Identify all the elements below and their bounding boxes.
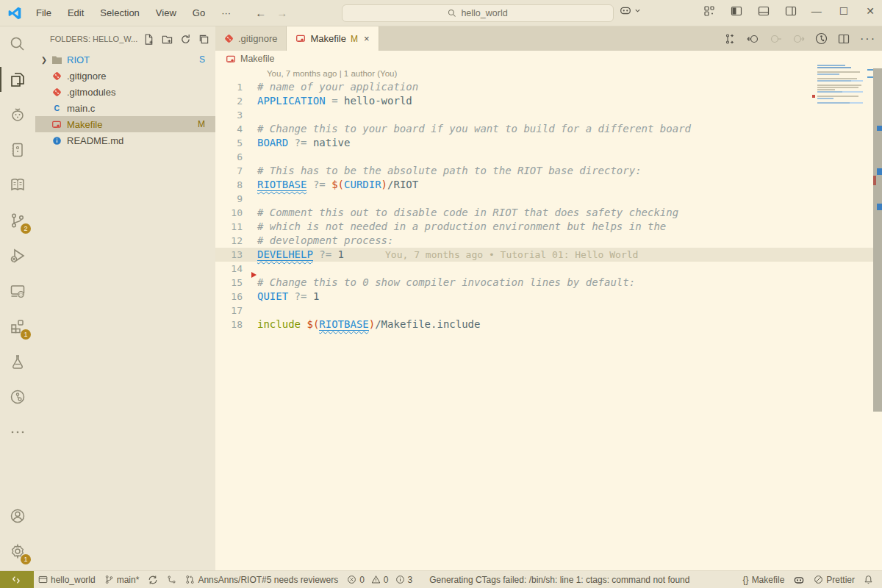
nav-back-icon[interactable]: ← (255, 7, 266, 19)
open-changes-icon[interactable] (725, 33, 736, 45)
file-row-makefile[interactable]: MakefileM (35, 116, 215, 132)
menubar: FileEditSelectionViewGo··· (29, 5, 237, 21)
codelens-annotation[interactable]: You, 7 months ago | 1 author (You) (215, 67, 882, 80)
tab-makefile[interactable]: Makefile M × (287, 26, 379, 51)
tab-gitignore[interactable]: .gitignore (215, 26, 287, 51)
activitybar-raspberry-pi-icon[interactable] (0, 97, 35, 132)
next-change-disabled-icon (792, 33, 805, 45)
explorer-section-title[interactable]: FOLDERS: HELLO_W... (50, 35, 143, 43)
refresh-icon[interactable] (180, 34, 191, 45)
overview-ruler-scrollbar[interactable] (873, 68, 882, 412)
maximize-button[interactable]: ☐ (839, 5, 849, 17)
code-line-16[interactable]: 16QUIET ?= 1 (215, 290, 882, 304)
code-line-11[interactable]: 11# which is not needed in a production … (215, 220, 882, 234)
code-line-15[interactable]: 15# Change this to 0 show compiler invoc… (215, 276, 882, 290)
file-row--gitignore[interactable]: .gitignore (35, 68, 215, 84)
activitybar-clipboard-icon[interactable] (0, 132, 35, 168)
code-line-17[interactable]: 17 (215, 304, 882, 318)
split-editor-icon[interactable] (838, 33, 850, 45)
problems-indicator[interactable]: 0 0 3 (343, 571, 420, 588)
braces-icon: {} (743, 575, 749, 585)
menu-selection[interactable]: Selection (93, 5, 146, 21)
collapse-all-icon[interactable] (198, 34, 209, 45)
menu-[interactable]: ··· (215, 5, 237, 21)
line-number: 7 (215, 164, 252, 178)
minimize-button[interactable]: — (811, 5, 822, 17)
menu-go[interactable]: Go (186, 5, 212, 21)
new-folder-icon[interactable] (162, 34, 173, 45)
close-button[interactable]: ✕ (866, 5, 875, 17)
activitybar-more-icon[interactable] (0, 415, 35, 450)
customize-layout-icon[interactable] (703, 5, 715, 17)
code-line-14[interactable]: 14 (215, 262, 882, 276)
activitybar-account-icon[interactable] (0, 498, 35, 534)
formatter-status[interactable]: Prettier (809, 571, 859, 588)
activitybar-gitlens-icon[interactable] (0, 379, 35, 415)
activitybar-settings-icon[interactable]: 1 (0, 534, 35, 569)
activitybar-search-icon[interactable] (0, 26, 35, 62)
minimap[interactable] (817, 65, 863, 104)
info-icon (50, 136, 63, 146)
code-line-13[interactable]: 13DEVELHELP ?= 1You, 7 months ago • Tuto… (215, 248, 882, 262)
tab-close-icon[interactable]: × (364, 33, 370, 44)
code-line-5[interactable]: 5BOARD ?= native (215, 136, 882, 150)
line-number: 4 (215, 122, 252, 136)
activitybar-extensions-icon[interactable]: 1 (0, 309, 35, 344)
git-status-badge: S (199, 54, 205, 65)
git-branch-indicator[interactable]: main* (100, 571, 144, 588)
remote-indicator[interactable] (0, 571, 34, 588)
error-icon (347, 575, 356, 584)
code-line-7[interactable]: 7# This has to be the absolute path to t… (215, 164, 882, 178)
toggle-sidebar-icon[interactable] (731, 5, 742, 17)
nav-forward-icon[interactable]: → (276, 7, 287, 19)
code-line-9[interactable]: 9 (215, 192, 882, 206)
more-actions-icon[interactable]: ··· (860, 32, 876, 46)
new-file-icon[interactable] (143, 34, 154, 45)
menu-edit[interactable]: Edit (61, 5, 90, 21)
file-row--gitmodules[interactable]: .gitmodules (35, 84, 215, 100)
gitlens-compare[interactable] (162, 571, 181, 588)
code-line-3[interactable]: 3 (215, 108, 882, 122)
code-line-4[interactable]: 4# Change this to your board if you want… (215, 122, 882, 136)
line-number: 13 (215, 248, 252, 262)
code-line-8[interactable]: 8RIOTBASE ?= $(CURDIR)/RIOT (215, 178, 882, 192)
workspace-indicator[interactable]: hello_world (34, 571, 100, 588)
breadcrumb[interactable]: Makefile (215, 51, 882, 67)
command-center-search[interactable]: hello_world (342, 4, 614, 22)
activitybar-run-debug-icon[interactable] (0, 238, 35, 273)
menu-view[interactable]: View (149, 5, 183, 21)
minimap-decoration (867, 69, 873, 84)
activitybar-testing-icon[interactable] (0, 344, 35, 379)
toggle-panel-icon[interactable] (758, 5, 770, 17)
language-mode[interactable]: {} Makefile (739, 571, 789, 588)
code-line-6[interactable]: 6 (215, 150, 882, 164)
file-row-readme-md[interactable]: README.md (35, 132, 215, 148)
activitybar-remote-explorer-icon[interactable] (0, 273, 35, 309)
tab-modified-badge: M (351, 34, 358, 44)
breadcrumb-item[interactable]: Makefile (240, 54, 275, 64)
prev-change-disabled-icon (770, 33, 782, 45)
previous-change-icon[interactable] (747, 33, 759, 45)
activitybar-book-icon[interactable] (0, 168, 35, 203)
code-line-1[interactable]: 1# name of your application (215, 80, 882, 94)
chevron-right-icon: ❯ (38, 56, 50, 64)
activitybar-explorer-icon[interactable] (0, 62, 35, 97)
copilot-menu[interactable] (619, 4, 641, 17)
activitybar-source-control-icon[interactable]: 2 (0, 203, 35, 238)
code-line-12[interactable]: 12# development process: (215, 234, 882, 248)
sync-changes[interactable] (143, 571, 162, 588)
notifications[interactable] (859, 571, 878, 588)
toggle-secondary-sidebar-icon[interactable] (785, 5, 797, 17)
code-line-10[interactable]: 10# Comment this out to disable code in … (215, 206, 882, 220)
file-row-main-c[interactable]: Cmain.c (35, 100, 215, 116)
file-row-riot[interactable]: ❯RIOTS (35, 51, 215, 68)
line-number: 18 (215, 318, 252, 331)
gitlens-graph-icon[interactable] (815, 32, 828, 45)
menu-file[interactable]: File (29, 5, 58, 21)
pull-request-status[interactable]: AnnsAnns/RIOT#5 needs reviewers (181, 571, 343, 588)
copilot-status[interactable] (789, 571, 809, 588)
code-line-2[interactable]: 2APPLICATION = hello-world (215, 94, 882, 108)
code-editor[interactable]: You, 7 months ago | 1 author (You) 1# na… (215, 67, 882, 331)
badge: 1 (21, 329, 31, 340)
code-line-18[interactable]: 18include $(RIOTBASE)/Makefile.include (215, 318, 882, 331)
